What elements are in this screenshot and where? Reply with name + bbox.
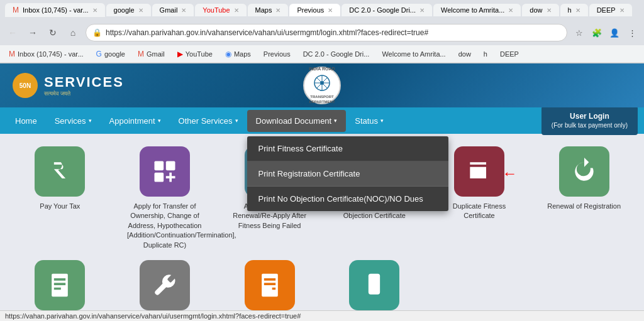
back-button[interactable]: ← bbox=[5, 25, 20, 40]
svg-rect-6 bbox=[154, 161, 164, 171]
tab-gmail[interactable]: Gmail ✕ bbox=[152, 4, 194, 16]
bookmark-dc-label: DC 2.0 - Google Dri... bbox=[303, 50, 370, 58]
service-item-renewal[interactable]: Renewal of Registration bbox=[536, 146, 631, 250]
bookmark-gmail[interactable]: M Gmail bbox=[134, 48, 169, 60]
bookmark-youtube-icon: ▶ bbox=[177, 50, 183, 58]
header-center: INDIA ROAD TRANSPORT DEPARTMENT bbox=[303, 67, 341, 104]
service-item-transfer[interactable]: Apply for Transfer of Ownership, Change … bbox=[118, 146, 213, 250]
reload-button[interactable]: ↻ bbox=[45, 25, 60, 40]
header-left: 50N SERVICES सत्यमेव जयते bbox=[13, 73, 124, 98]
other-services-caret-icon: ▾ bbox=[235, 117, 238, 124]
duplicate-fitness-label: Duplicate Fitness Certificate bbox=[441, 202, 517, 221]
forward-button[interactable]: → bbox=[25, 25, 40, 40]
nav-download-document[interactable]: Download Document ▾ bbox=[247, 110, 347, 132]
tab-close-amrita[interactable]: ✕ bbox=[508, 7, 513, 14]
tab-amrita[interactable]: Welcome to Amrita... ✕ bbox=[433, 4, 521, 16]
tab-close-h[interactable]: ✕ bbox=[575, 7, 580, 14]
svg-rect-8 bbox=[154, 173, 164, 182]
header-emblem: INDIA ROAD TRANSPORT DEPARTMENT bbox=[303, 67, 341, 104]
renewal-label: Renewal of Registration bbox=[547, 202, 621, 211]
bookmarks-bar: M Inbox (10,745) - var... G google M Gma… bbox=[0, 45, 644, 63]
tab-maps[interactable]: Maps ✕ bbox=[248, 4, 289, 16]
user-login-button[interactable]: User Login (For bulk tax payment only) bbox=[541, 106, 638, 136]
tab-label-dow: dow bbox=[530, 6, 542, 14]
page: 50N SERVICES सत्यमेव जयते INDIA ROAD bbox=[0, 63, 644, 321]
tab-label-deep: DEEP bbox=[597, 6, 616, 14]
dropdown-item-fitness[interactable]: Print Fitness Certificate bbox=[247, 136, 448, 161]
bookmark-star-button[interactable]: ☆ bbox=[572, 26, 586, 40]
tab-close-vahan[interactable]: ✕ bbox=[328, 7, 333, 14]
bookmark-google-icon: G bbox=[96, 50, 102, 58]
tab-google[interactable]: google ✕ bbox=[106, 4, 151, 16]
home-nav-button[interactable]: ⌂ bbox=[65, 25, 80, 40]
dropdown-item-registration[interactable]: Print Registration Certificate ← bbox=[247, 161, 448, 187]
bookmark-youtube[interactable]: ▶ YouTube bbox=[174, 48, 216, 60]
pay-tax-icon bbox=[35, 146, 85, 197]
nav-bar: Home Services ▾ Appointment ▾ Other Serv… bbox=[0, 107, 644, 134]
arrow-indicator: ← bbox=[502, 165, 518, 182]
bookmark-maps[interactable]: ◉ Maps bbox=[221, 48, 255, 60]
bookmark-deep[interactable]: DEEP bbox=[496, 49, 523, 59]
tab-h[interactable]: h ✕ bbox=[560, 4, 588, 16]
duplicate-fitness-icon bbox=[465, 158, 493, 185]
transfer-label: Apply for Transfer of Ownership, Change … bbox=[127, 202, 203, 250]
bookmark-previous[interactable]: Previous bbox=[260, 49, 294, 59]
tab-close-dc[interactable]: ✕ bbox=[419, 7, 425, 14]
header-title-group: SERVICES सत्यमेव जयते bbox=[44, 74, 124, 97]
browser-tabs: M Inbox (10,745) - var... ✕ google ✕ Gma… bbox=[0, 0, 644, 20]
bookmark-amrita[interactable]: Welcome to Amrita... bbox=[378, 49, 449, 59]
service-item-pay-tax[interactable]: Pay Your Tax bbox=[13, 146, 108, 250]
tab-close-maps[interactable]: ✕ bbox=[275, 7, 280, 14]
tab-close-gmail[interactable]: ✕ bbox=[181, 7, 186, 14]
nav-appointment-label: Appointment bbox=[109, 116, 155, 126]
tab-close-inbox[interactable]: ✕ bbox=[92, 7, 97, 14]
url-bar[interactable]: 🔒 https://vahan.parivahan.gov.in/vahanse… bbox=[86, 24, 567, 41]
tab-dc[interactable]: DC 2.0 - Google Dri... ✕ bbox=[341, 4, 432, 16]
nav-home[interactable]: Home bbox=[6, 110, 46, 132]
svg-point-10 bbox=[373, 290, 375, 292]
tab-close-google[interactable]: ✕ bbox=[138, 7, 143, 14]
nav-services[interactable]: Services ▾ bbox=[46, 110, 101, 132]
tab-close-deep[interactable]: ✕ bbox=[619, 7, 625, 14]
status-bar: https://vahan.parivahan.gov.in/vahanserv… bbox=[0, 310, 644, 321]
tab-youtube[interactable]: YouTube ✕ bbox=[195, 4, 246, 16]
bookmark-inbox[interactable]: M Inbox (10,745) - var... bbox=[5, 48, 87, 60]
transfer-icon bbox=[151, 158, 179, 185]
bookmark-google[interactable]: G google bbox=[92, 48, 129, 60]
tab-inbox[interactable]: M Inbox (10,745) - var... ✕ bbox=[5, 3, 105, 17]
nav-appointment[interactable]: Appointment ▾ bbox=[101, 110, 170, 132]
svg-rect-7 bbox=[166, 161, 175, 171]
user-login-line1: User Login bbox=[552, 111, 628, 122]
tab-vahan[interactable]: Previous ✕ bbox=[289, 4, 340, 16]
nav-other-services[interactable]: Other Services ▾ bbox=[170, 110, 247, 132]
transfer-icon-bg bbox=[140, 146, 190, 197]
profile-button[interactable]: 👤 bbox=[608, 26, 621, 40]
nav-services-label: Services bbox=[55, 116, 86, 126]
tab-dow[interactable]: dow ✕ bbox=[522, 4, 558, 16]
nav-home-label: Home bbox=[15, 116, 37, 126]
bookmark-h[interactable]: h bbox=[480, 49, 491, 59]
emblem-text: INDIA ROAD TRANSPORT DEPARTMENT bbox=[304, 67, 340, 104]
tab-label-gmail: Gmail bbox=[160, 6, 178, 14]
renewal-icon bbox=[570, 158, 598, 185]
mobile-update-icon bbox=[360, 271, 388, 299]
renewal-icon-bg bbox=[559, 146, 609, 197]
bookmark-dow[interactable]: dow bbox=[455, 49, 475, 59]
nav-status[interactable]: Status ▾ bbox=[346, 110, 392, 132]
dropdown-item-noc[interactable]: Print No Objection Certificate(NOC)/NO D… bbox=[247, 187, 448, 211]
bookmark-maps-icon: ◉ bbox=[225, 50, 231, 58]
bookmark-gmail-label: Gmail bbox=[147, 50, 165, 58]
tab-deep[interactable]: DEEP ✕ bbox=[589, 4, 632, 16]
header-logo: 50N bbox=[13, 73, 38, 98]
nav-status-label: Status bbox=[355, 116, 378, 126]
duplicate-fitness-icon-bg bbox=[454, 146, 504, 197]
extensions-button[interactable]: 🧩 bbox=[590, 26, 604, 40]
tab-label-maps: Maps bbox=[255, 6, 272, 14]
tab-label-dc: DC 2.0 - Google Dri... bbox=[349, 6, 416, 14]
tab-close-youtube[interactable]: ✕ bbox=[234, 7, 239, 14]
bookmark-maps-label: Maps bbox=[234, 50, 251, 58]
bookmark-dc[interactable]: DC 2.0 - Google Dri... bbox=[299, 49, 374, 59]
tab-close-dow[interactable]: ✕ bbox=[547, 7, 552, 14]
menu-button[interactable]: ⋮ bbox=[625, 26, 639, 40]
browser-actions: ☆ 🧩 👤 ⋮ bbox=[572, 26, 639, 40]
